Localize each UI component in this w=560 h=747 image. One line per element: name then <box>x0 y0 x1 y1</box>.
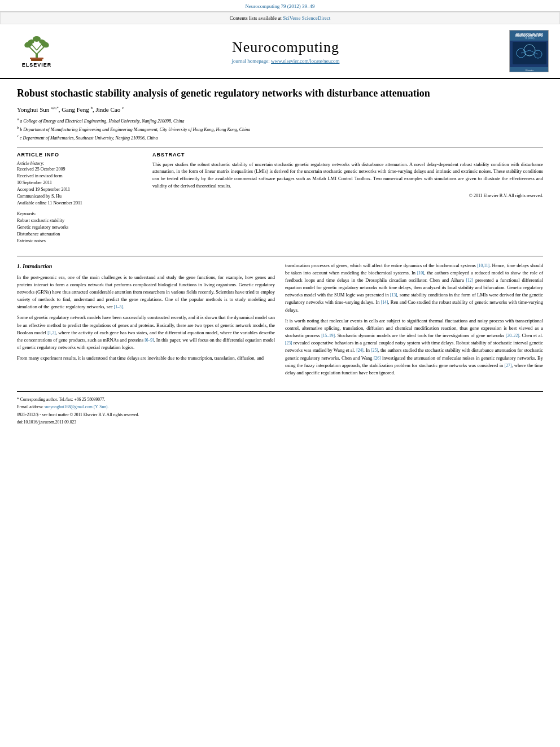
keywords-section: Keywords: Robust stochastic stability Ge… <box>17 211 141 244</box>
right-para-2: It is worth noting that molecular events… <box>285 317 543 377</box>
ref-23: [23] <box>285 340 292 346</box>
ref-24: [24] <box>356 348 364 353</box>
article-content: Robust stochastic stability analysis of … <box>0 79 560 432</box>
contents-bar: Contents lists available at SciVerse Sci… <box>0 12 560 24</box>
keyword-1: Robust stochastic stability <box>17 217 141 224</box>
homepage-label: journal homepage: <box>232 58 271 64</box>
ref-12: [12] <box>466 278 474 283</box>
accepted-date: Accepted 19 September 2011 <box>17 186 141 193</box>
intro-para-2: Some of genetic regulatory network model… <box>17 314 275 351</box>
ref-13: [13] <box>390 292 397 298</box>
info-abstract-section: ARTICLE INFO Article history: Received 2… <box>17 152 543 249</box>
keywords-label: Keywords: <box>17 211 141 216</box>
article-info-panel: ARTICLE INFO Article history: Received 2… <box>17 152 141 249</box>
ref-26: [26] <box>374 356 381 361</box>
right-para-1: translocation processes of genes, which … <box>285 262 543 314</box>
author-yonghui: Yonghui Sun a,b,* <box>17 106 59 113</box>
svg-point-9 <box>33 36 41 42</box>
authors-line: Yonghui Sun a,b,*, Gang Feng b, Jinde Ca… <box>17 106 543 113</box>
copyright-line: © 2011 Elsevier B.V. All rights reserved… <box>152 193 543 198</box>
left-column: 1. Introduction In the post-genomic era,… <box>17 262 275 381</box>
journal-homepage: journal homepage: www.elsevier.com/locat… <box>68 58 504 64</box>
affiliation-b: b b Department of Manufacturing Engineer… <box>17 125 543 133</box>
footer-section: * Corresponding author. Tel./fax: +86 25… <box>17 391 543 425</box>
available-online: Available online 11 November 2011 <box>17 200 141 207</box>
email-label: E-mail address: <box>17 404 45 409</box>
svg-text:NEUROCOMPUTING: NEUROCOMPUTING <box>516 33 544 36</box>
ref-10-11: [10,11] <box>477 263 489 268</box>
intro-heading: 1. Introduction <box>17 262 275 270</box>
ref-20-22: [20–22] <box>506 333 519 338</box>
elsevier-logo: ELSEVIER <box>11 34 62 68</box>
communicated-by: Communicated by S. Hu <box>17 193 141 200</box>
article-history: Article history: Received 25 October 200… <box>17 161 141 207</box>
header-divider <box>17 147 543 147</box>
ref-25: [25] <box>371 348 378 353</box>
abstract-text: This paper studies the robust stochastic… <box>152 161 543 190</box>
right-column: translocation processes of genes, which … <box>285 262 543 381</box>
history-label: Article history: <box>17 161 141 166</box>
homepage-link[interactable]: www.elsevier.com/locate/neucom <box>271 58 339 64</box>
ref-6-9: [6–9] <box>145 338 154 343</box>
ref-15-19: [15–19] <box>321 333 335 338</box>
keyword-3: Disturbance attenuation <box>17 231 141 238</box>
journal-header: ELSEVIER Neurocomputing journal homepage… <box>0 24 560 79</box>
intro-para-3: From many experiment results, it is unde… <box>17 355 275 362</box>
elsevier-text: ELSEVIER <box>22 62 52 68</box>
article-info-heading: ARTICLE INFO <box>17 152 141 158</box>
corresponding-text: * Corresponding author. Tel./fax: +86 25… <box>17 397 105 402</box>
affiliation-a: a a College of Energy and Electrical Eng… <box>17 116 543 124</box>
ref-14: [14] <box>381 300 388 305</box>
affiliation-c: c c Department of Mathematics, Southeast… <box>17 133 543 141</box>
affiliations: a a College of Energy and Electrical Eng… <box>17 116 543 141</box>
author-jinde: Jinde Cao c <box>95 106 124 113</box>
ref-1-5: [1–5] <box>114 304 123 309</box>
revised-date: 10 September 2011 <box>17 180 141 186</box>
journal-title-block: Neurocomputing journal homepage: www.els… <box>68 39 504 64</box>
article-title: Robust stochastic stability analysis of … <box>17 87 543 100</box>
received-revised-label: Received in revised form <box>17 173 141 180</box>
issn-line: 0925-2312/$ - see front matter © 2011 El… <box>17 412 543 418</box>
sciverse-link[interactable]: SciVerse ScienceDirect <box>283 15 330 21</box>
corresponding-author: * Corresponding author. Tel./fax: +86 25… <box>17 396 543 403</box>
received-date: Received 25 October 2009 <box>17 166 141 173</box>
ref-1-2: [1,2] <box>47 330 55 335</box>
body-divider <box>17 256 543 256</box>
body-columns: 1. Introduction In the post-genomic era,… <box>17 262 543 381</box>
keyword-2: Genetic regulatory networks <box>17 224 141 231</box>
abstract-heading: ABSTRACT <box>152 152 543 158</box>
citation-bar: Neurocomputing 79 (2012) 39–49 <box>0 0 560 12</box>
svg-text:79 (2012): 79 (2012) <box>524 37 535 40</box>
svg-rect-11 <box>30 58 43 59</box>
citation-text: Neurocomputing 79 (2012) 39–49 <box>245 3 314 9</box>
email-footnote: E-mail address: sunyonghui168@gmail.com … <box>17 404 543 410</box>
elsevier-tree-icon <box>14 34 59 62</box>
ref-27: [27] <box>505 363 512 368</box>
intro-para-1: In the post-genomic era, one of the main… <box>17 274 275 311</box>
author-gang: Gang Feng b <box>62 106 93 113</box>
contents-text: Contents lists available at <box>230 15 283 21</box>
ref-10: [10] <box>417 270 425 276</box>
doi-line: doi:10.1016/j.neucom.2011.09.023 <box>17 419 543 425</box>
keyword-4: Extrinsic noises <box>17 238 141 244</box>
svg-rect-16 <box>513 42 546 64</box>
cover-svg: NEUROCOMPUTING 79 (2012) Elsevier <box>510 30 549 72</box>
journal-title: Neurocomputing <box>68 39 504 56</box>
email-link[interactable]: sunyonghui168@gmail.com (Y. Sun). <box>45 404 109 409</box>
journal-cover-image: NEUROCOMPUTING 79 (2012) Elsevier <box>509 30 549 72</box>
abstract-panel: ABSTRACT This paper studies the robust s… <box>152 152 543 249</box>
svg-text:Elsevier: Elsevier <box>526 69 534 72</box>
